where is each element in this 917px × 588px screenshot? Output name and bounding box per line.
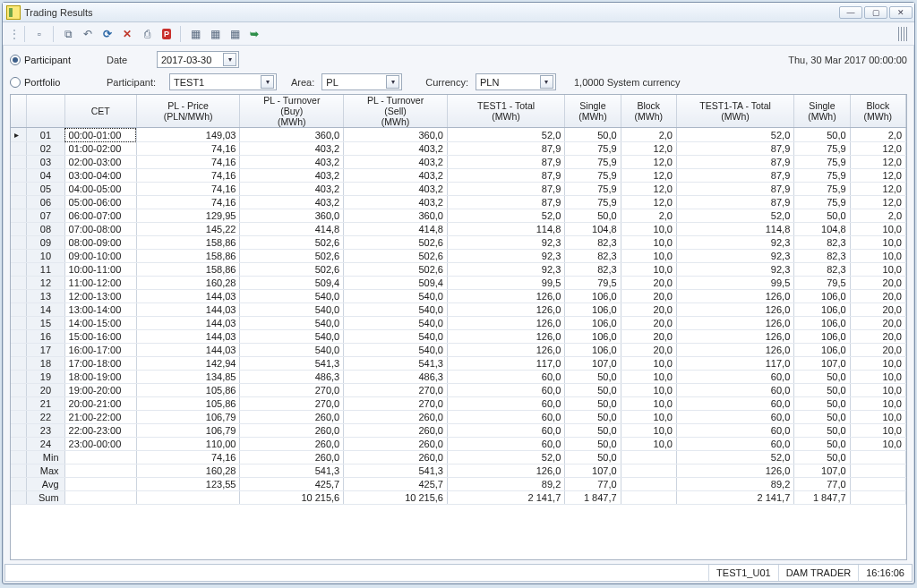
cell-cet[interactable]: 03:00-04:00 xyxy=(64,169,136,183)
close-button[interactable]: ✕ xyxy=(889,6,913,19)
cell-price[interactable]: 106,79 xyxy=(136,424,240,438)
cell-tablk[interactable]: 10,0 xyxy=(850,397,905,411)
cell-price[interactable]: 134,85 xyxy=(136,371,240,384)
cell-buy[interactable]: 403,2 xyxy=(240,183,344,196)
cell-tasing[interactable]: 75,9 xyxy=(794,156,850,169)
th-sell[interactable]: PL - Turnover(Sell)(MWh) xyxy=(344,95,448,128)
cell-ptot[interactable]: 87,9 xyxy=(447,169,564,183)
th-tatot[interactable]: TEST1-TA - Total(MWh) xyxy=(676,95,793,128)
cell-cet[interactable]: 13:00-14:00 xyxy=(64,303,136,317)
cell-pblk[interactable]: 10,0 xyxy=(621,357,676,371)
cell-tablk[interactable]: 10,0 xyxy=(850,424,905,438)
cell-pblk[interactable]: 10,0 xyxy=(621,250,676,263)
cell-cet[interactable]: 04:00-05:00 xyxy=(64,183,136,196)
cell-psing[interactable]: 50,0 xyxy=(565,209,621,223)
th-ptot[interactable]: TEST1 - Total(MWh) xyxy=(447,95,564,128)
cell-tasing[interactable]: 50,0 xyxy=(794,424,850,438)
calendar-dropdown-icon[interactable]: ▾ xyxy=(223,53,236,66)
cell-psing[interactable]: 107,0 xyxy=(565,357,621,371)
cell-tatot[interactable]: 87,9 xyxy=(676,142,793,156)
cell-cet[interactable]: 16:00-17:00 xyxy=(64,344,136,357)
cell-tasing[interactable]: 107,0 xyxy=(794,357,850,371)
cell-sell[interactable]: 260,0 xyxy=(344,411,448,424)
th-pblk[interactable]: Block(MWh) xyxy=(621,95,676,128)
cell-psing[interactable]: 50,0 xyxy=(565,371,621,384)
summary-row[interactable]: Avg123,55425,7425,789,277,089,277,0 xyxy=(11,478,906,491)
cell-pblk[interactable]: 12,0 xyxy=(621,156,676,169)
cell-tablk[interactable] xyxy=(850,464,905,478)
cell-ptot[interactable]: 87,9 xyxy=(447,156,564,169)
cell-ptot[interactable]: 60,0 xyxy=(447,424,564,438)
table-row[interactable]: 1211:00-12:00160,28509,4509,499,579,520,… xyxy=(11,277,906,290)
cell-tasing[interactable]: 106,0 xyxy=(794,303,850,317)
cell-ptot[interactable]: 60,0 xyxy=(447,438,564,451)
cell-buy[interactable]: 10 215,6 xyxy=(240,491,344,505)
cell-cet[interactable]: 14:00-15:00 xyxy=(64,317,136,330)
th-tablk[interactable]: Block(MWh) xyxy=(850,95,905,128)
cell-pblk[interactable] xyxy=(621,464,676,478)
cell-cet[interactable] xyxy=(64,478,136,491)
cell-tasing[interactable]: 82,3 xyxy=(794,236,850,250)
cell-buy[interactable]: 260,0 xyxy=(240,424,344,438)
cell-tatot[interactable]: 87,9 xyxy=(676,169,793,183)
cell-tatot[interactable]: 52,0 xyxy=(676,451,793,464)
table-row[interactable]: 1817:00-18:00142,94541,3541,3117,0107,01… xyxy=(11,357,906,371)
chevron-down-icon[interactable]: ▾ xyxy=(261,75,274,89)
cell-ptot[interactable]: 60,0 xyxy=(447,384,564,397)
table-row[interactable]: ▸0100:00-01:00149,03360,0360,052,050,02,… xyxy=(11,128,906,142)
cell-ptot[interactable]: 89,2 xyxy=(447,478,564,491)
cell-cet[interactable] xyxy=(64,491,136,505)
cell-ptot[interactable]: 114,8 xyxy=(447,223,564,236)
cell-tatot[interactable]: 60,0 xyxy=(676,438,793,451)
cell-tatot[interactable]: 52,0 xyxy=(676,128,793,142)
cell-tasing[interactable]: 82,3 xyxy=(794,263,850,277)
minimize-button[interactable]: — xyxy=(839,6,862,19)
th-psing[interactable]: Single(MWh) xyxy=(565,95,621,128)
cell-sell[interactable]: 502,6 xyxy=(344,250,448,263)
cell-tablk[interactable]: 10,0 xyxy=(850,236,905,250)
cell-tatot[interactable]: 60,0 xyxy=(676,397,793,411)
cell-psing[interactable]: 1 847,7 xyxy=(565,491,621,505)
cell-cet[interactable]: 23:00-00:00 xyxy=(64,438,136,451)
participant-radio[interactable]: Participant xyxy=(10,55,99,65)
cell-ptot[interactable]: 60,0 xyxy=(447,397,564,411)
cell-cet[interactable] xyxy=(64,464,136,478)
cell-ptot[interactable]: 126,0 xyxy=(447,330,564,344)
th-buy[interactable]: PL - Turnover(Buy)(MWh) xyxy=(240,95,344,128)
cell-psing[interactable]: 50,0 xyxy=(565,397,621,411)
cell-price[interactable]: 110,00 xyxy=(136,438,240,451)
cell-pblk[interactable]: 20,0 xyxy=(621,277,676,290)
cell-buy[interactable]: 403,2 xyxy=(240,196,344,209)
cell-buy[interactable]: 540,0 xyxy=(240,303,344,317)
cell-tasing[interactable]: 82,3 xyxy=(794,250,850,263)
cell-price[interactable]: 106,79 xyxy=(136,411,240,424)
cell-price[interactable]: 123,55 xyxy=(136,478,240,491)
table-row[interactable]: 1312:00-13:00144,03540,0540,0126,0106,02… xyxy=(11,290,906,303)
cell-buy[interactable]: 486,3 xyxy=(240,371,344,384)
cell-sell[interactable]: 509,4 xyxy=(344,277,448,290)
area-combo[interactable]: PL ▾ xyxy=(321,73,402,90)
cell-psing[interactable]: 50,0 xyxy=(565,424,621,438)
cell-psing[interactable]: 106,0 xyxy=(565,303,621,317)
cell-price[interactable]: 144,03 xyxy=(136,330,240,344)
cell-psing[interactable]: 75,9 xyxy=(565,196,621,209)
cell-tablk[interactable]: 2,0 xyxy=(850,209,905,223)
send-icon[interactable]: ➥ xyxy=(246,26,262,42)
cell-pblk[interactable]: 20,0 xyxy=(621,303,676,317)
chevron-down-icon[interactable]: ▾ xyxy=(386,75,399,89)
cell-tasing[interactable]: 50,0 xyxy=(794,451,850,464)
cell-tablk[interactable]: 10,0 xyxy=(850,411,905,424)
cell-psing[interactable]: 106,0 xyxy=(565,330,621,344)
cell-tablk[interactable] xyxy=(850,491,905,505)
cell-psing[interactable]: 77,0 xyxy=(565,478,621,491)
cell-pblk[interactable]: 10,0 xyxy=(621,223,676,236)
cell-tablk[interactable] xyxy=(850,451,905,464)
cell-price[interactable]: 144,03 xyxy=(136,290,240,303)
table-row[interactable]: 0605:00-06:0074,16403,2403,287,975,912,0… xyxy=(11,196,906,209)
cell-ptot[interactable]: 126,0 xyxy=(447,303,564,317)
cell-sell[interactable]: 541,3 xyxy=(344,357,448,371)
cell-buy[interactable]: 403,2 xyxy=(240,142,344,156)
table-row[interactable]: 0908:00-09:00158,86502,6502,692,382,310,… xyxy=(11,236,906,250)
cell-tatot[interactable]: 92,3 xyxy=(676,236,793,250)
cell-cet[interactable]: 01:00-02:00 xyxy=(64,142,136,156)
